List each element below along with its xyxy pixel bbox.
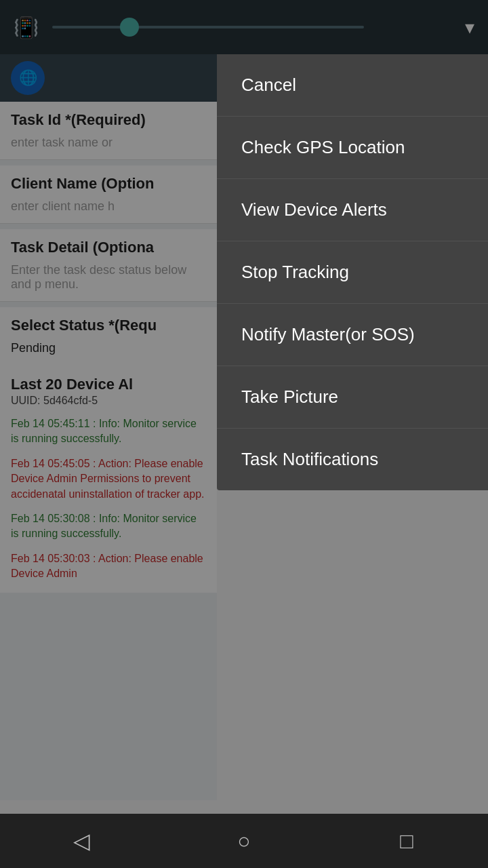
- menu-item-cancel[interactable]: Cancel: [217, 54, 488, 117]
- context-menu: Cancel Check GPS Location View Device Al…: [217, 54, 488, 490]
- menu-item-take-picture[interactable]: Take Picture: [217, 366, 488, 429]
- home-button[interactable]: ○: [224, 821, 264, 861]
- back-button[interactable]: ◁: [61, 821, 102, 861]
- menu-item-view-alerts[interactable]: View Device Alerts: [217, 179, 488, 241]
- menu-item-check-gps[interactable]: Check GPS Location: [217, 117, 488, 179]
- recent-apps-button[interactable]: □: [386, 821, 427, 861]
- menu-item-stop-tracking[interactable]: Stop Tracking: [217, 241, 488, 304]
- menu-item-notify-master[interactable]: Notify Master(or SOS): [217, 304, 488, 366]
- menu-item-task-notifications[interactable]: Task Notifications: [217, 429, 488, 490]
- nav-bar: ◁ ○ □: [0, 814, 488, 868]
